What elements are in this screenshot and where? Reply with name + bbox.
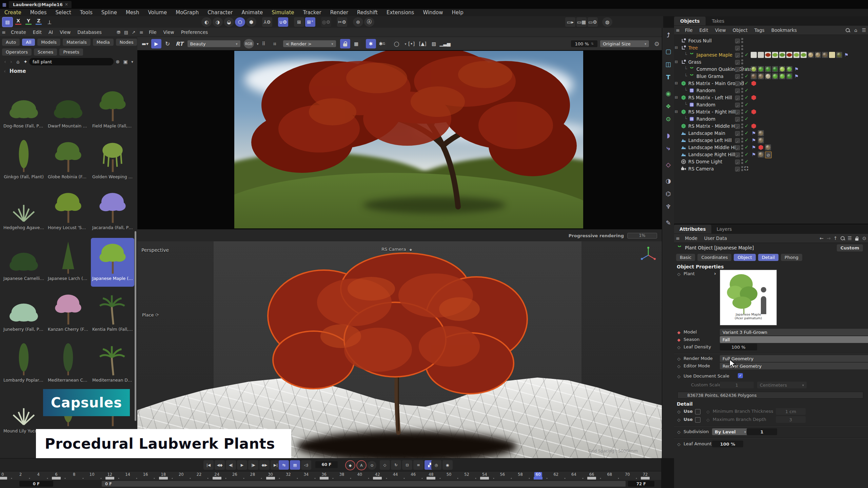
- start-ipr-icon[interactable]: ▶: [151, 39, 161, 48]
- asset-item[interactable]: Ginkgo (Fall, Plant): [2, 136, 45, 185]
- annotation-flag-icon[interactable]: ⚑: [793, 66, 800, 72]
- asset-item[interactable]: Golden Weeping Willo...: [91, 136, 134, 185]
- disable-tag-icon[interactable]: [765, 151, 772, 158]
- leaf-texture-tag-icon[interactable]: [765, 52, 771, 58]
- material-tag-icon[interactable]: [772, 73, 778, 79]
- redshift-tag-icon[interactable]: [751, 95, 757, 101]
- breadcrumb-back-icon[interactable]: ‹: [2, 68, 7, 74]
- menu-item-tags[interactable]: Tags: [751, 27, 768, 33]
- menu-item-animate[interactable]: Animate: [237, 9, 267, 16]
- enabled-check-icon[interactable]: ✓: [745, 123, 749, 128]
- object-row-blue-grama[interactable]: └Blue Grama✓⚑: [674, 73, 868, 80]
- range-slider[interactable]: 0 F: [102, 481, 626, 487]
- rgb-caret-icon[interactable]: ▾: [257, 42, 259, 46]
- layout-icon[interactable]: ◍: [602, 17, 612, 27]
- keyframe-marker[interactable]: [320, 477, 329, 480]
- annotation-flag-icon[interactable]: ⚑: [793, 73, 800, 79]
- database-icon[interactable]: ⛃: [115, 30, 122, 35]
- menu-item-tools[interactable]: Tools: [76, 9, 97, 16]
- leaf-density-field[interactable]: 100 %: [720, 344, 757, 350]
- render-to-picture-viewer-icon[interactable]: ▭▦: [576, 17, 587, 27]
- shading-quick-icon[interactable]: ◑: [213, 17, 223, 27]
- axis-y-button[interactable]: Y: [24, 18, 33, 26]
- object-row-rs-dome-light[interactable]: RS Dome Light✓: [674, 158, 868, 165]
- enabled-check-icon[interactable]: ✓: [745, 130, 749, 136]
- layer-chip-icon[interactable]: [735, 131, 740, 136]
- om-home-icon[interactable]: ⌂: [852, 27, 860, 33]
- object-name[interactable]: Focus Null: [688, 38, 712, 43]
- am-target-icon[interactable]: ⊙: [861, 236, 868, 241]
- keyframe-marker[interactable]: [266, 477, 275, 480]
- symmetry-gear-icon[interactable]: ✂⚙: [337, 17, 347, 27]
- object-row-rs-camera[interactable]: RS Camera⛶: [674, 165, 868, 172]
- material-tag-icon[interactable]: [765, 66, 771, 72]
- menu-item-redshift[interactable]: Redshift: [353, 9, 382, 16]
- menu-item-select[interactable]: Select: [51, 9, 76, 16]
- menu-item-window[interactable]: Window: [418, 9, 447, 16]
- enabled-check-icon[interactable]: ✓: [745, 52, 749, 57]
- menu-item-user-data[interactable]: User Data: [701, 236, 730, 241]
- menu-item-tracker[interactable]: Tracker: [299, 9, 326, 16]
- object-row-random[interactable]: └Random✓: [674, 87, 868, 94]
- expander-icon[interactable]: ⊟: [675, 45, 678, 50]
- layer-chip-icon[interactable]: [735, 74, 740, 79]
- camera-label[interactable]: RS Camera ◆: [381, 247, 412, 252]
- ab-grid-icon[interactable]: ▦: [351, 39, 361, 48]
- visibility-dots[interactable]: [741, 123, 743, 129]
- model-dropdown[interactable]: Variant 3 Full-Grown: [720, 329, 868, 336]
- render-view-icon[interactable]: ▭▸: [565, 17, 575, 27]
- asset-item[interactable]: Japanese Larch (Fall, Pl...: [46, 238, 90, 287]
- annotation-flag-icon[interactable]: ⚑: [751, 137, 757, 143]
- redshift-tag-icon[interactable]: [751, 80, 757, 86]
- asset-item[interactable]: Japanese Maple (Fall, ...: [91, 238, 134, 287]
- attr-tab-phong[interactable]: Phong: [781, 254, 802, 261]
- menu-item-view[interactable]: View: [160, 29, 178, 35]
- object-row-random[interactable]: └Random✓: [674, 116, 868, 123]
- redshift-tag-icon[interactable]: [751, 109, 757, 115]
- object-row-tree[interactable]: ⊟Tree: [674, 44, 868, 52]
- visibility-dots[interactable]: [741, 152, 743, 158]
- material-tag-icon[interactable]: [751, 73, 757, 79]
- menu-item-modes[interactable]: Modes: [26, 9, 51, 16]
- menu-item-extensions[interactable]: Extensions: [382, 9, 418, 16]
- visibility-dots[interactable]: [741, 159, 743, 165]
- enabled-check-icon[interactable]: ✓: [745, 137, 749, 143]
- render-slot-dropdown[interactable]: < Render >▾: [283, 40, 336, 47]
- keyframe-marker[interactable]: [213, 477, 221, 480]
- object-row-random[interactable]: └Random✓: [674, 101, 868, 108]
- live-selection-tool[interactable]: ▤: [2, 17, 13, 27]
- next-frame[interactable]: |▶: [248, 460, 258, 470]
- range-left-frame-field[interactable]: 0 F: [19, 481, 53, 487]
- shading-lines-icon[interactable]: ⬢: [246, 17, 256, 27]
- layer-chip-icon[interactable]: [735, 124, 740, 129]
- layer-chip-icon[interactable]: [735, 67, 740, 72]
- plane-object-icon[interactable]: ▢: [663, 45, 674, 57]
- asset-item[interactable]: Mediterranean Cypres...: [46, 340, 90, 388]
- snapshot-g-icon[interactable]: ✱G: [377, 39, 387, 48]
- attr-tab-coordinates[interactable]: Coordinates: [697, 254, 731, 261]
- am-search-icon[interactable]: [839, 236, 846, 240]
- object-name[interactable]: Landscape Middle Hill: [688, 145, 738, 150]
- enabled-check-icon[interactable]: ✓: [745, 73, 749, 79]
- layer-chip-icon[interactable]: [735, 167, 740, 171]
- object-name[interactable]: RS Camera: [688, 166, 714, 171]
- hierarchy-gear-icon[interactable]: ⅄⚙: [262, 17, 272, 27]
- refresh-icon[interactable]: ↻: [162, 39, 173, 48]
- layer-chip-icon[interactable]: [735, 46, 740, 50]
- enabled-check-icon[interactable]: ✓: [745, 109, 749, 114]
- shading-constant-icon[interactable]: ◒: [224, 17, 234, 27]
- custom-button[interactable]: Custom: [837, 244, 863, 251]
- object-name[interactable]: RS Matrix - Middle Hill: [688, 123, 739, 129]
- om-menu-icon[interactable]: ≡: [674, 27, 682, 33]
- enabled-check-icon[interactable]: ✓: [745, 95, 749, 100]
- perspective-viewport[interactable]: Perspective RS Camera ◆ Place ⟳ Grid Spa…: [137, 241, 662, 458]
- cube-object-icon[interactable]: ◫: [663, 58, 674, 70]
- asset-item[interactable]: Kentia Palm (Fall, Plant): [91, 289, 134, 338]
- menu-item-render[interactable]: Render: [326, 9, 353, 16]
- playhead[interactable]: 60: [534, 472, 542, 477]
- maple-tree-viewport[interactable]: [259, 248, 537, 438]
- environment-object-icon[interactable]: ◑: [663, 175, 674, 186]
- menu-item-character[interactable]: Character: [203, 9, 237, 16]
- dynamic-grid-icon[interactable]: ⊞⁺: [305, 17, 315, 27]
- keyframe-marker[interactable]: [587, 477, 596, 480]
